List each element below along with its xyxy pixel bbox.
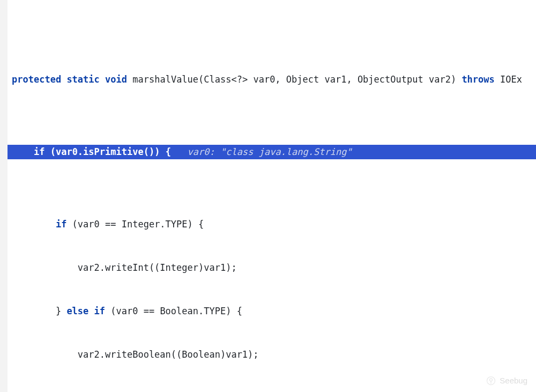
bug-icon <box>486 375 496 386</box>
code-line: if (var0 == Integer.TYPE) { <box>0 217 536 232</box>
expr: var0.isPrimitive() <box>56 146 154 157</box>
throws-type: IOEx <box>500 74 522 85</box>
code-line: var2.writeInt((Integer)var1); <box>0 261 536 275</box>
method-name: marshalValue <box>132 74 198 85</box>
code-editor[interactable]: protected static void marshalValue(Class… <box>0 0 536 392</box>
gutter <box>0 0 8 392</box>
kw-protected: protected <box>12 74 61 85</box>
kw-if: if <box>34 146 44 157</box>
current-exec-line: if (var0.isPrimitive()) { var0: "class j… <box>0 145 536 159</box>
watermark-text: Seebug <box>500 373 527 388</box>
method-params: (Class<?> var0, Object var1, ObjectOutpu… <box>198 74 456 85</box>
kw-static: static <box>66 74 99 85</box>
kw-throws: throws <box>461 74 494 85</box>
inline-debug-hint: var0: "class java.lang.String" <box>188 146 352 157</box>
kw-void: void <box>105 74 127 85</box>
watermark: Seebug <box>486 373 527 388</box>
svg-point-1 <box>490 378 493 381</box>
code-line: protected static void marshalValue(Class… <box>0 72 536 87</box>
code-line: var2.writeBoolean((Boolean)var1); <box>0 347 536 362</box>
code-line: } else if (var0 == Boolean.TYPE) { <box>0 304 536 319</box>
